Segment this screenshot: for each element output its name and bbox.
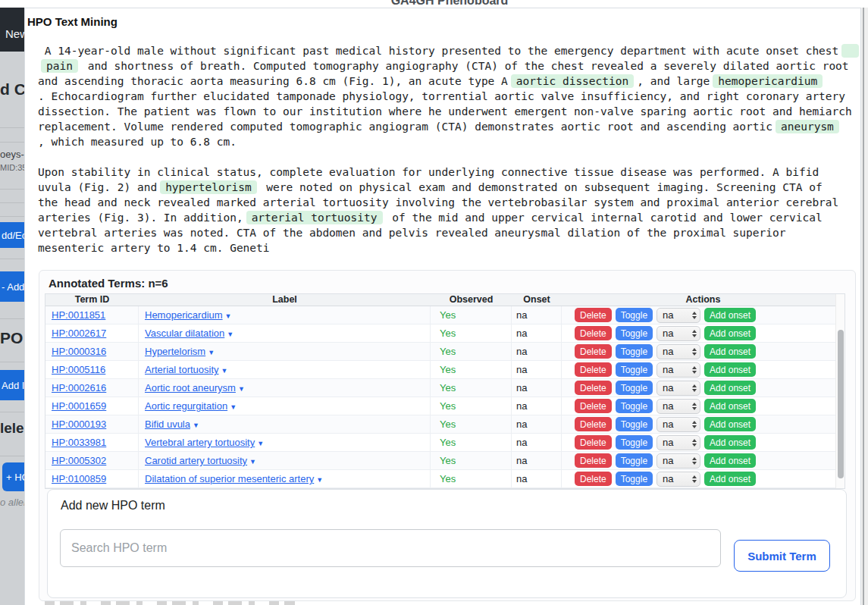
select-stepper-icon xyxy=(692,457,697,465)
onset-value: na xyxy=(512,306,562,324)
toggle-button[interactable]: Toggle xyxy=(616,435,653,450)
onset-value: na xyxy=(512,379,562,397)
term-label-link[interactable]: Bifid uvula▼ xyxy=(145,418,199,430)
term-label-link[interactable]: Aortic root aneurysm▼ xyxy=(145,382,245,393)
onset-value: na xyxy=(512,361,562,378)
term-id-link[interactable]: HP:0000316 xyxy=(52,346,106,357)
onset-select[interactable]: na xyxy=(656,399,700,414)
term-id-link[interactable]: HP:0005116 xyxy=(52,364,105,375)
page-scrollbar[interactable] xyxy=(861,8,868,605)
text-segment: mesenteric artery to 1.4 cm. Geneti xyxy=(38,242,270,254)
actions-cell: DeleteTogglenaAdd onset xyxy=(562,306,844,324)
table-scrollbar-thumb[interactable] xyxy=(838,330,844,478)
term-label-link[interactable]: Dilatation of superior mesenteric artery… xyxy=(145,473,323,484)
term-id-link[interactable]: HP:0002617 xyxy=(52,328,106,339)
background-text-d-ca: d Ca xyxy=(0,80,24,100)
observed-value: Yes xyxy=(431,415,512,433)
toggle-button[interactable]: Toggle xyxy=(616,308,653,322)
select-stepper-icon xyxy=(692,366,697,374)
dropdown-caret-icon: ▼ xyxy=(227,331,233,338)
add-onset-button[interactable]: Add onset xyxy=(704,417,756,431)
onset-select[interactable]: na xyxy=(656,417,700,432)
term-id-link[interactable]: HP:0011851 xyxy=(52,309,105,321)
toggle-button[interactable]: Toggle xyxy=(616,472,653,486)
add-onset-button[interactable]: Add onset xyxy=(704,308,756,322)
term-label-link[interactable]: Vascular dilatation▼ xyxy=(145,328,233,339)
onset-select[interactable]: na xyxy=(656,435,700,450)
onset-select[interactable]: na xyxy=(656,326,700,341)
add-onset-button[interactable]: Add onset xyxy=(704,362,756,377)
toggle-button[interactable]: Toggle xyxy=(616,362,653,377)
add-onset-button[interactable]: Add onset xyxy=(704,326,756,340)
onset-value: na xyxy=(512,324,562,342)
delete-button[interactable]: Delete xyxy=(575,326,612,340)
submit-term-button[interactable]: Submit Term xyxy=(734,540,830,572)
term-id-link[interactable]: HP:0005302 xyxy=(52,455,106,466)
onset-select[interactable]: na xyxy=(656,362,700,378)
add-onset-button[interactable]: Add onset xyxy=(704,399,756,413)
background-divider xyxy=(0,318,24,319)
page-scrollbar-track xyxy=(863,8,864,605)
onset-select[interactable]: na xyxy=(656,472,700,487)
text-segment: Upon stability in clinical status, compl… xyxy=(38,166,819,178)
table-row: HP:0005302Carotid artery tortuosity▼Yesn… xyxy=(45,452,844,470)
delete-button[interactable]: Delete xyxy=(575,381,612,395)
add-onset-button[interactable]: Add onset xyxy=(704,344,756,359)
background-text-leles: leles xyxy=(0,420,24,438)
observed-value: Yes xyxy=(431,434,512,451)
onset-select-value: na xyxy=(663,382,673,393)
add-onset-button[interactable]: Add onset xyxy=(704,453,756,468)
highlighted-term: hypertelorism xyxy=(160,180,257,194)
onset-select[interactable]: na xyxy=(656,344,700,359)
term-label-link[interactable]: Hypertelorism▼ xyxy=(145,346,215,357)
term-label-link[interactable]: Aortic regurgitation▼ xyxy=(145,400,237,412)
term-id-link[interactable]: HP:0001659 xyxy=(52,400,106,412)
text-segment: the head and neck revealed marked arteri… xyxy=(38,196,838,208)
toggle-button[interactable]: Toggle xyxy=(616,381,653,395)
select-stepper-icon xyxy=(692,403,697,410)
term-id-link[interactable]: HP:0033981 xyxy=(52,437,106,448)
delete-button[interactable]: Delete xyxy=(575,399,612,413)
modal-title: HPO Text Mining xyxy=(27,15,118,28)
table-row: HP:0000316Hypertelorism▼YesnaDeleteToggl… xyxy=(45,343,844,361)
highlighted-term: arterial tortuosity xyxy=(246,211,383,224)
delete-button[interactable]: Delete xyxy=(575,344,612,359)
actions-cell: DeleteTogglenaAdd onset xyxy=(562,470,844,487)
onset-select[interactable]: na xyxy=(656,381,700,396)
toggle-button[interactable]: Toggle xyxy=(616,344,653,359)
term-label-link[interactable]: Carotid artery tortuosity▼ xyxy=(145,455,256,466)
term-id-link[interactable]: HP:0100859 xyxy=(52,473,106,484)
add-onset-button[interactable]: Add onset xyxy=(704,435,756,450)
observed-value: Yes xyxy=(431,306,512,324)
delete-button[interactable]: Delete xyxy=(575,472,612,486)
table-scrollbar[interactable] xyxy=(835,294,844,488)
dropdown-caret-icon: ▼ xyxy=(257,440,264,447)
toggle-button[interactable]: Toggle xyxy=(616,399,653,413)
table-header-row: Term IDLabelObservedOnsetActions xyxy=(45,294,844,306)
term-label-link[interactable]: Vertebral artery tortuosity▼ xyxy=(145,437,264,448)
add-onset-button[interactable]: Add onset xyxy=(704,381,756,395)
toggle-button[interactable]: Toggle xyxy=(616,453,653,468)
annotated-terms-table: Term IDLabelObservedOnsetActions HP:0011… xyxy=(45,293,845,489)
toggle-button[interactable]: Toggle xyxy=(616,326,653,340)
search-hpo-input[interactable] xyxy=(60,529,721,567)
add-onset-button[interactable]: Add onset xyxy=(704,472,756,486)
delete-button[interactable]: Delete xyxy=(575,417,612,431)
delete-button[interactable]: Delete xyxy=(575,435,612,450)
text-mining-line: vertebral arteries was noted. CTA of the… xyxy=(38,225,862,240)
actions-cell: DeleteTogglenaAdd onset xyxy=(562,343,844,360)
background-divider xyxy=(0,412,24,412)
delete-button[interactable]: Delete xyxy=(575,362,612,377)
column-header-observed: Observed xyxy=(431,294,512,306)
term-id-link[interactable]: HP:0002616 xyxy=(52,382,106,393)
onset-select[interactable]: na xyxy=(656,308,700,323)
term-label-link[interactable]: Hemopericardium▼ xyxy=(145,309,232,321)
delete-button[interactable]: Delete xyxy=(575,308,612,322)
delete-button[interactable]: Delete xyxy=(575,453,612,468)
toggle-button[interactable]: Toggle xyxy=(616,417,653,431)
actions-cell: DeleteTogglenaAdd onset xyxy=(562,361,844,378)
onset-select[interactable]: na xyxy=(656,453,700,469)
term-label-link[interactable]: Arterial tortuosity▼ xyxy=(145,364,227,375)
term-id-link[interactable]: HP:0000193 xyxy=(52,418,106,430)
dropdown-caret-icon: ▼ xyxy=(221,367,228,375)
